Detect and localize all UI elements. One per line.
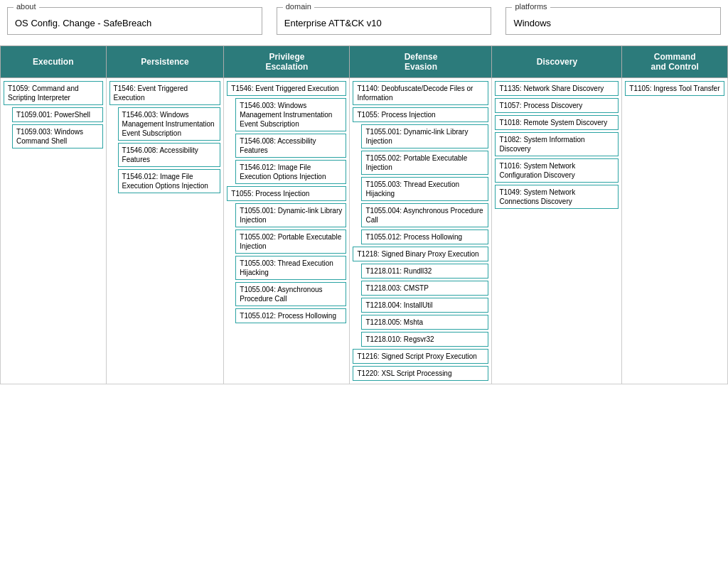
technique-T1218.003[interactable]: T1218.003: CMSTP — [361, 281, 488, 296]
technique-T1018[interactable]: T1018: Remote System Discovery — [495, 115, 619, 130]
header-discovery: Discovery — [492, 46, 622, 78]
platforms-label: platforms — [512, 2, 550, 11]
technique-T1220[interactable]: T1220: XSL Script Processing — [353, 366, 488, 381]
technique-T1140[interactable]: T1140: Deobfuscate/Decode Files or Infor… — [353, 81, 488, 105]
technique-T1135[interactable]: T1135: Network Share Discovery — [495, 81, 619, 96]
technique-cell-persistence: T1546: Event Triggered ExecutionT1546.00… — [109, 81, 221, 193]
technique-T1055.001[interactable]: T1055.001: Dynamic-link Library Injectio… — [235, 203, 346, 227]
technique-T1055.004[interactable]: T1055.004: Asynchronous Procedure Call — [235, 282, 346, 306]
technique-T1055.002[interactable]: T1055.002: Portable Executable Injection — [235, 229, 346, 254]
platforms-box: platforms Windows — [505, 7, 721, 35]
technique-T1055.001[interactable]: T1055.001: Dynamic-link Library Injectio… — [361, 124, 488, 148]
technique-T1055[interactable]: T1055: Process Injection — [227, 186, 346, 201]
technique-T1218[interactable]: T1218: Signed Binary Proxy Execution — [353, 247, 488, 261]
technique-T1105[interactable]: T1105: Ingress Tool Transfer — [625, 81, 724, 96]
technique-T1055.012[interactable]: T1055.012: Process Hollowing — [235, 308, 346, 323]
technique-T1057[interactable]: T1057: Process Discovery — [495, 98, 619, 113]
about-value: OS Config. Change - SafeBreach — [15, 18, 255, 28]
technique-T1059.003[interactable]: T1059.003: Windows Command Shell — [12, 124, 103, 148]
technique-T1055.003[interactable]: T1055.003: Thread Execution Hijacking — [235, 256, 346, 280]
technique-T1546[interactable]: T1546: Event Triggered Execution — [227, 81, 346, 96]
technique-T1546[interactable]: T1546: Event Triggered Execution — [109, 81, 221, 105]
technique-cell-priv-esc: T1546: Event Triggered ExecutionT1546.00… — [227, 81, 346, 323]
about-label: about — [14, 2, 39, 11]
technique-T1055.002[interactable]: T1055.002: Portable Executable Injection — [361, 151, 488, 175]
technique-T1218.011[interactable]: T1218.011: Rundll32 — [361, 264, 488, 279]
header-def-evasion: DefenseEvasion — [350, 46, 492, 78]
technique-T1055[interactable]: T1055: Process Injection — [353, 107, 488, 122]
about-box: about OS Config. Change - SafeBreach — [7, 7, 262, 35]
header-c2: Commandand Control — [622, 46, 728, 78]
attack-matrix: ExecutionPersistencePrivilegeEscalationD… — [0, 45, 728, 384]
technique-T1055.003[interactable]: T1055.003: Thread Execution Hijacking — [361, 177, 488, 201]
technique-cell-discovery: T1135: Network Share DiscoveryT1057: Pro… — [495, 81, 619, 209]
technique-T1546.008[interactable]: T1546.008: Accessibility Features — [235, 134, 346, 158]
technique-T1049[interactable]: T1049: System Network Connections Discov… — [495, 185, 619, 209]
technique-T1546.003[interactable]: T1546.003: Windows Management Instrument… — [118, 107, 221, 141]
col-execution: T1059: Command and Scripting Interpreter… — [1, 78, 107, 384]
technique-T1546.008[interactable]: T1546.008: Accessibility Features — [118, 143, 221, 167]
technique-T1082[interactable]: T1082: System Information Discovery — [495, 132, 619, 156]
technique-cell-def-evasion: T1140: Deobfuscate/Decode Files or Infor… — [353, 81, 488, 381]
col-c2: T1105: Ingress Tool Transfer — [622, 78, 728, 384]
col-priv-esc: T1546: Event Triggered ExecutionT1546.00… — [224, 78, 350, 384]
domain-box: domain Enterprise ATT&CK v10 — [277, 7, 492, 35]
header-execution: Execution — [1, 46, 107, 78]
technique-T1546.003[interactable]: T1546.003: Windows Management Instrument… — [235, 98, 346, 131]
col-discovery: T1135: Network Share DiscoveryT1057: Pro… — [492, 78, 622, 384]
technique-cell-execution: T1059: Command and Scripting Interpreter… — [4, 81, 103, 148]
technique-T1218.010[interactable]: T1218.010: Regsvr32 — [361, 332, 488, 347]
technique-T1218.005[interactable]: T1218.005: Mshta — [361, 315, 488, 330]
col-def-evasion: T1140: Deobfuscate/Decode Files or Infor… — [350, 78, 492, 384]
top-info-section: about OS Config. Change - SafeBreach dom… — [0, 0, 728, 42]
platforms-value: Windows — [513, 18, 713, 28]
technique-T1055.004[interactable]: T1055.004: Asynchronous Procedure Call — [361, 203, 488, 227]
technique-T1546.012[interactable]: T1546.012: Image File Execution Options … — [118, 169, 221, 193]
col-persistence: T1546: Event Triggered ExecutionT1546.00… — [106, 78, 224, 384]
domain-value: Enterprise ATT&CK v10 — [284, 18, 484, 28]
technique-T1546.012[interactable]: T1546.012: Image File Execution Options … — [235, 160, 346, 184]
technique-cell-c2: T1105: Ingress Tool Transfer — [625, 81, 724, 96]
technique-T1216[interactable]: T1216: Signed Script Proxy Execution — [353, 349, 488, 364]
header-priv-esc: PrivilegeEscalation — [224, 46, 350, 78]
domain-label: domain — [283, 2, 314, 11]
technique-T1059[interactable]: T1059: Command and Scripting Interpreter — [4, 81, 103, 105]
technique-T1016[interactable]: T1016: System Network Configuration Disc… — [495, 158, 619, 183]
technique-T1055.012[interactable]: T1055.012: Process Hollowing — [361, 229, 488, 244]
header-persistence: Persistence — [106, 46, 224, 78]
technique-T1218.004[interactable]: T1218.004: InstallUtil — [361, 298, 488, 313]
technique-T1059.001[interactable]: T1059.001: PowerShell — [12, 107, 103, 122]
